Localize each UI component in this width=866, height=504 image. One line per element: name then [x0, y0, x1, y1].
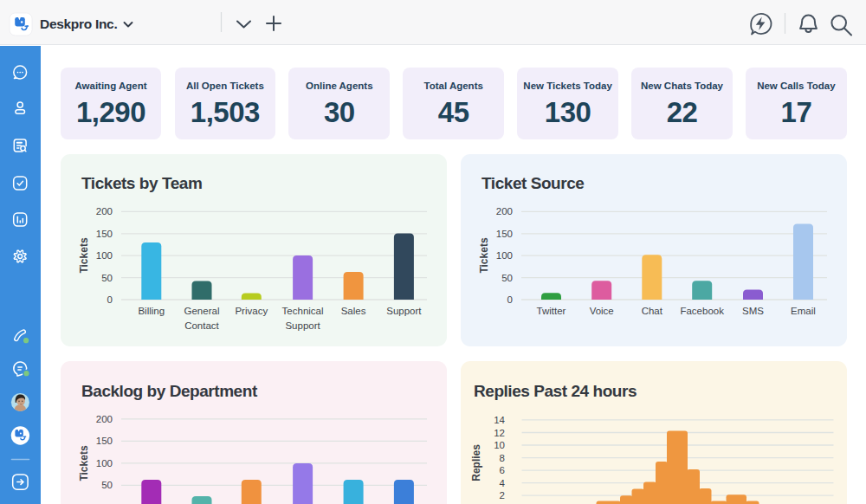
- svg-text:12: 12: [494, 427, 505, 437]
- svg-text:General: General: [184, 306, 220, 316]
- svg-text:Technical: Technical: [282, 306, 324, 316]
- svg-text:Contact: Contact: [184, 320, 219, 331]
- svg-text:150: 150: [96, 436, 113, 446]
- svg-text:Email: Email: [791, 306, 816, 316]
- svg-text:0: 0: [107, 294, 113, 305]
- svg-text:Support: Support: [386, 306, 422, 316]
- svg-text:Tickets by Team: Tickets by Team: [81, 174, 202, 192]
- svg-text:100: 100: [96, 250, 113, 261]
- svg-text:10: 10: [494, 440, 505, 450]
- svg-text:100: 100: [495, 250, 512, 261]
- svg-text:Chat: Chat: [641, 306, 662, 316]
- svg-text:150: 150: [96, 229, 113, 239]
- svg-text:50: 50: [101, 480, 113, 490]
- svg-text:Facebook: Facebook: [680, 306, 724, 316]
- svg-text:6: 6: [499, 465, 504, 475]
- svg-text:200: 200: [495, 206, 512, 216]
- svg-text:Billing: Billing: [138, 306, 165, 316]
- svg-text:Deskpro Inc.: Deskpro Inc.: [40, 16, 117, 31]
- svg-text:2: 2: [499, 490, 504, 501]
- svg-text:50: 50: [501, 273, 513, 283]
- svg-text:Twitter: Twitter: [536, 306, 565, 316]
- svg-text:SMS: SMS: [742, 306, 764, 316]
- svg-text:0: 0: [507, 294, 512, 305]
- svg-text:Backlog by Department: Backlog by Department: [81, 382, 258, 400]
- svg-text:Support: Support: [285, 320, 320, 331]
- svg-text:8: 8: [499, 452, 504, 462]
- svg-text:Tickets: Tickets: [78, 237, 90, 273]
- svg-text:Voice: Voice: [589, 306, 613, 316]
- svg-text:Privacy: Privacy: [235, 306, 268, 316]
- svg-text:200: 200: [96, 206, 113, 216]
- svg-text:14: 14: [494, 414, 505, 424]
- svg-text:Replies: Replies: [470, 443, 482, 481]
- svg-text:4: 4: [499, 477, 505, 488]
- svg-text:150: 150: [495, 229, 512, 239]
- svg-text:100: 100: [96, 457, 113, 468]
- svg-text:50: 50: [101, 273, 113, 283]
- svg-text:Tickets: Tickets: [478, 237, 490, 273]
- svg-text:Replies Past 24 hours: Replies Past 24 hours: [474, 382, 637, 400]
- svg-text:Sales: Sales: [341, 306, 366, 316]
- svg-text:Tickets: Tickets: [78, 445, 90, 481]
- svg-text:200: 200: [96, 413, 113, 423]
- svg-text:Ticket Source: Ticket Source: [481, 174, 584, 192]
